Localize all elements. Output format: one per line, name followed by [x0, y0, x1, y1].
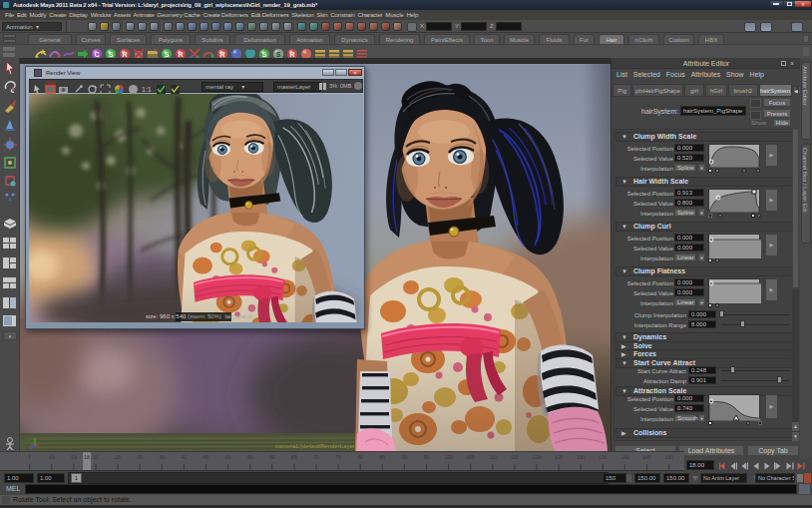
- svg-text:35: 35: [160, 454, 166, 460]
- svg-text:140: 140: [620, 454, 629, 460]
- svg-text:15: 15: [71, 454, 77, 460]
- svg-text:50: 50: [225, 454, 231, 460]
- svg-text:40: 40: [182, 454, 188, 460]
- svg-text:135: 135: [599, 454, 608, 460]
- svg-text:S: S: [109, 51, 114, 58]
- svg-text:90: 90: [402, 454, 408, 460]
- svg-text:150: 150: [664, 454, 673, 460]
- svg-text:R: R: [122, 51, 127, 58]
- svg-text:20: 20: [93, 454, 99, 460]
- svg-text:75: 75: [335, 454, 341, 460]
- svg-text:145: 145: [642, 454, 651, 460]
- svg-text:camera1 (defaultRenderLayer): camera1 (defaultRenderLayer): [275, 443, 357, 449]
- svg-text:S: S: [165, 51, 170, 58]
- svg-text:55: 55: [247, 454, 253, 460]
- svg-text:105: 105: [467, 454, 476, 460]
- svg-text:S: S: [262, 51, 267, 58]
- svg-text:130: 130: [577, 454, 586, 460]
- svg-text:1:1: 1:1: [142, 86, 152, 93]
- svg-text:10: 10: [49, 454, 55, 460]
- svg-text:R: R: [219, 51, 224, 58]
- svg-text:120: 120: [533, 454, 542, 460]
- svg-text:5: 5: [28, 454, 31, 460]
- svg-text:C: C: [94, 51, 99, 58]
- svg-text:110: 110: [489, 454, 497, 460]
- svg-text:18: 18: [84, 454, 90, 460]
- svg-text:R: R: [178, 51, 183, 58]
- svg-text:R: R: [289, 51, 294, 58]
- svg-text:S: S: [276, 51, 281, 58]
- svg-text:65: 65: [291, 454, 297, 460]
- svg-text:80: 80: [357, 454, 363, 460]
- svg-text:115: 115: [511, 454, 519, 460]
- svg-text:100: 100: [444, 454, 453, 460]
- svg-text:30: 30: [137, 454, 143, 460]
- svg-text:25: 25: [115, 454, 121, 460]
- svg-text:70: 70: [313, 454, 319, 460]
- svg-text:45: 45: [203, 454, 209, 460]
- svg-text:125: 125: [555, 454, 564, 460]
- svg-text:95: 95: [424, 454, 430, 460]
- svg-text:85: 85: [380, 454, 386, 460]
- svg-text:60: 60: [269, 454, 275, 460]
